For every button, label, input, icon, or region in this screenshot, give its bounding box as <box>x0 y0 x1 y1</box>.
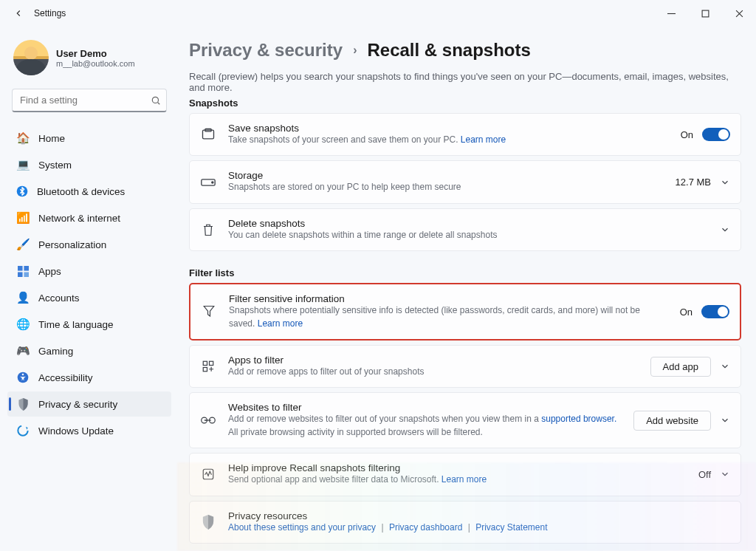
breadcrumb: Privacy & security › Recall & snapshots <box>189 40 741 61</box>
card-filter-sensitive[interactable]: Filter sensitive information Snapshots w… <box>189 283 741 340</box>
breadcrumb-parent[interactable]: Privacy & security <box>189 40 343 61</box>
card-save-snapshots[interactable]: Save snapshots Take snapshots of your sc… <box>189 113 741 156</box>
card-title: Delete snapshots <box>228 218 708 229</box>
add-website-button[interactable]: Add website <box>633 411 711 431</box>
sidebar-item-label: Accounts <box>38 292 80 304</box>
update-icon <box>16 424 30 437</box>
learn-more-link[interactable]: Learn more <box>461 134 506 145</box>
sidebar-item-label: Time & language <box>38 319 114 330</box>
card-title: Help improve Recall snapshots filtering <box>228 462 687 473</box>
sidebar-item-label: Home <box>38 133 65 144</box>
filter-sensitive-toggle[interactable] <box>701 305 729 318</box>
trash-icon <box>200 222 216 237</box>
sidebar-item-accessibility[interactable]: Accessibility <box>7 365 171 390</box>
account-profile[interactable]: User Demo m__lab@outlook.com <box>7 34 171 84</box>
sidebar-item-personalization[interactable]: 🖌️Personalization <box>7 232 171 257</box>
svg-point-13 <box>212 181 213 182</box>
sidebar-item-system[interactable]: 💻System <box>7 152 171 177</box>
sidebar-item-windows-update[interactable]: Windows Update <box>7 418 171 443</box>
system-icon: 💻 <box>16 158 30 171</box>
learn-more-link[interactable]: Learn more <box>441 474 487 485</box>
svg-rect-4 <box>24 266 29 271</box>
privacy-statement-link[interactable]: Privacy Statement <box>475 522 547 533</box>
sidebar-item-network[interactable]: 📶Network & internet <box>7 205 171 230</box>
svg-point-1 <box>152 97 158 103</box>
sidebar-item-bluetooth[interactable]: Bluetooth & devices <box>7 179 171 204</box>
sidebar-item-gaming[interactable]: 🎮Gaming <box>7 338 171 363</box>
card-title: Websites to filter <box>228 402 622 413</box>
person-icon: 👤 <box>16 291 30 304</box>
chevron-down-icon <box>720 361 730 372</box>
funnel-icon <box>201 304 217 319</box>
breadcrumb-current: Recall & snapshots <box>367 40 530 61</box>
page-intro: Recall (preview) helps you search your s… <box>189 71 741 93</box>
sidebar-item-label: Windows Update <box>38 425 114 437</box>
globe-clock-icon: 🌐 <box>16 318 30 331</box>
sidebar-item-label: System <box>38 160 72 171</box>
sidebar-item-label: Privacy & security <box>38 399 117 410</box>
card-help-improve[interactable]: Help improve Recall snapshots filtering … <box>189 453 741 496</box>
apps-grid-icon <box>200 360 216 373</box>
storage-value: 12.7 MB <box>676 177 711 188</box>
save-snapshots-toggle[interactable] <box>702 128 730 141</box>
chevron-right-icon: › <box>353 44 357 57</box>
close-button[interactable] <box>722 0 756 27</box>
nav-list: 🏠Home 💻System Bluetooth & devices 📶Netwo… <box>7 126 171 443</box>
about-settings-link[interactable]: About these settings and your privacy <box>228 522 376 533</box>
back-button[interactable] <box>7 2 30 24</box>
sidebar-item-home[interactable]: 🏠Home <box>7 126 171 151</box>
chevron-down-icon <box>720 415 730 425</box>
card-title: Apps to filter <box>228 355 639 366</box>
chevron-down-icon <box>720 469 730 479</box>
toggle-state: On <box>681 129 693 140</box>
sidebar-item-apps[interactable]: Apps <box>7 259 171 284</box>
window-controls <box>654 0 756 27</box>
add-app-button[interactable]: Add app <box>650 357 711 377</box>
main-content: Privacy & security › Recall & snapshots … <box>179 27 756 551</box>
card-desc: Send optional app and website filter dat… <box>228 474 441 485</box>
window-title: Settings <box>34 8 66 18</box>
learn-more-link[interactable]: Learn more <box>258 318 303 329</box>
home-icon: 🏠 <box>16 131 30 145</box>
card-title: Storage <box>228 170 664 181</box>
section-snapshots: Snapshots <box>189 97 741 109</box>
sidebar-item-privacy-security[interactable]: Privacy & security <box>7 391 171 417</box>
shield-icon <box>16 397 30 411</box>
svg-point-8 <box>22 374 24 376</box>
wifi-icon: 📶 <box>16 211 30 225</box>
link-icon <box>200 415 216 425</box>
supported-browser-link[interactable]: supported browser. <box>541 414 616 424</box>
storage-icon <box>200 178 216 187</box>
diagnostics-icon <box>200 468 216 481</box>
bluetooth-icon <box>16 185 28 197</box>
card-desc: Take snapshots of your screen and save t… <box>228 134 461 145</box>
sidebar-item-label: Bluetooth & devices <box>37 186 125 197</box>
sidebar-item-label: Personalization <box>38 239 106 250</box>
svg-rect-16 <box>203 368 207 372</box>
toggle-state: On <box>680 307 693 318</box>
sidebar-item-time-language[interactable]: 🌐Time & language <box>7 312 171 337</box>
user-email: m__lab@outlook.com <box>56 59 135 68</box>
sidebar-item-label: Gaming <box>38 346 73 357</box>
card-delete-snapshots[interactable]: Delete snapshots You can delete snapshot… <box>189 208 741 251</box>
card-desc-part2: All private browsing activity in support… <box>228 427 483 437</box>
search-input[interactable] <box>12 89 167 112</box>
svg-rect-0 <box>702 10 709 17</box>
apps-icon <box>16 264 30 278</box>
snapshot-icon <box>200 127 216 142</box>
chevron-down-icon <box>720 225 730 235</box>
maximize-button[interactable] <box>688 0 722 27</box>
section-filter-lists: Filter lists <box>189 267 741 278</box>
sidebar-item-label: Apps <box>38 266 61 277</box>
card-websites-to-filter[interactable]: Websites to filter Add or remove website… <box>189 392 741 448</box>
search-icon <box>151 95 161 106</box>
sidebar-item-accounts[interactable]: 👤Accounts <box>7 285 171 310</box>
card-apps-to-filter[interactable]: Apps to filter Add or remove apps to fil… <box>189 345 741 388</box>
privacy-dashboard-link[interactable]: Privacy dashboard <box>389 522 462 533</box>
svg-rect-15 <box>210 361 213 365</box>
minimize-button[interactable] <box>654 0 688 27</box>
card-desc: Snapshots are stored on your PC to help … <box>228 181 664 194</box>
toggle-state: Off <box>698 469 711 480</box>
card-storage[interactable]: Storage Snapshots are stored on your PC … <box>189 160 741 203</box>
svg-rect-5 <box>18 272 23 277</box>
